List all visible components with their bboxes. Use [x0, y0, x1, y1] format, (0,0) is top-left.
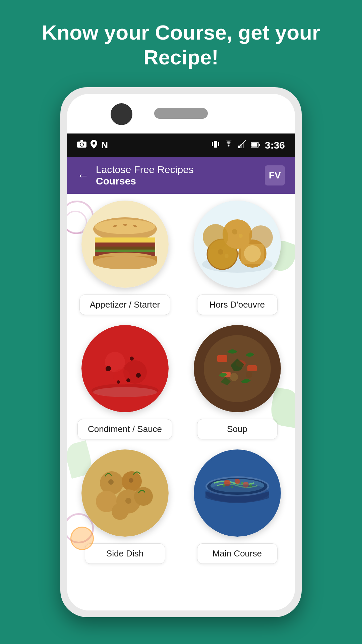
svg-rect-3	[80, 140, 83, 142]
svg-point-73	[125, 498, 131, 504]
course-label-hors: Hors D'oeuvre	[209, 300, 265, 310]
svg-rect-58	[217, 355, 227, 362]
svg-point-39	[239, 234, 243, 238]
svg-rect-12	[259, 144, 260, 146]
course-image-condiment	[81, 325, 169, 412]
svg-point-40	[203, 224, 228, 250]
svg-point-82	[241, 482, 243, 484]
food-image-item6	[194, 449, 281, 537]
phone-inner: N	[67, 94, 295, 610]
svg-point-72	[129, 478, 133, 483]
back-button[interactable]: ←	[77, 168, 89, 182]
vibrate-icon	[212, 140, 219, 151]
svg-rect-6	[218, 142, 219, 146]
svg-point-70	[112, 503, 128, 520]
svg-point-71	[108, 479, 114, 485]
svg-point-38	[232, 229, 237, 234]
nav-icon: N	[101, 140, 108, 151]
course-card-hors[interactable]: Hors D'oeuvre	[186, 201, 288, 315]
svg-point-24	[93, 256, 157, 269]
courses-container: Appetizer / Starter	[67, 194, 295, 610]
svg-point-2	[80, 143, 83, 146]
svg-point-33	[225, 254, 229, 258]
deco-orange	[70, 527, 94, 550]
course-card-soup[interactable]: Soup	[186, 325, 288, 439]
course-label-appetizer: Appetizer / Starter	[90, 300, 160, 310]
svg-point-49	[113, 369, 130, 385]
phone-frame: N	[60, 87, 302, 617]
battery-icon	[251, 141, 260, 150]
courses-grid: Appetizer / Starter	[74, 201, 288, 571]
food-image-hors	[194, 201, 281, 288]
location-icon	[90, 140, 97, 151]
svg-rect-59	[247, 365, 257, 371]
food-image-appetizer	[81, 201, 169, 288]
course-image-soup	[194, 325, 281, 412]
svg-rect-5	[212, 142, 213, 146]
svg-point-16	[95, 219, 155, 234]
svg-point-62	[246, 371, 252, 378]
course-card-item6[interactable]: Main Course	[186, 449, 288, 564]
course-image-appetizer	[81, 201, 169, 288]
app-bar: ← Lactose Free Recipes Courses FV	[67, 157, 295, 194]
svg-point-32	[218, 249, 223, 255]
svg-point-52	[136, 373, 141, 378]
status-bar: N	[67, 133, 295, 157]
course-label-item5: Side Dish	[106, 548, 143, 558]
course-label-soup: Soup	[227, 424, 247, 434]
svg-point-51	[130, 357, 134, 361]
app-bar-title: Lactose Free Recipes	[96, 164, 265, 175]
svg-rect-4	[214, 141, 217, 148]
camera	[111, 103, 132, 125]
course-image-hors	[194, 201, 281, 288]
svg-point-61	[230, 373, 238, 381]
food-image-item5	[81, 449, 169, 537]
wifi-icon	[224, 141, 233, 150]
svg-rect-13	[251, 143, 257, 147]
hero-title: Know your Course, get your Recipe!	[0, 20, 362, 70]
course-label-box-condiment: Condiment / Sauce	[77, 419, 172, 439]
app-logo: FV	[265, 165, 285, 185]
food-image-condiment	[81, 325, 169, 412]
food-image-soup	[194, 325, 281, 412]
svg-point-50	[106, 366, 111, 371]
app-bar-subtitle: Courses	[96, 175, 265, 187]
course-image-item5	[81, 449, 169, 537]
status-right: 3:36	[212, 140, 285, 151]
svg-point-69	[134, 487, 153, 506]
course-card-condiment[interactable]: Condiment / Sauce	[74, 325, 176, 439]
course-label-item6: Main Course	[213, 548, 262, 558]
course-label-box-appetizer: Appetizer / Starter	[79, 294, 171, 315]
course-image-item6	[194, 449, 281, 537]
svg-point-80	[235, 479, 240, 484]
course-label-box-hors: Hors D'oeuvre	[197, 294, 278, 315]
photo-icon	[77, 140, 86, 150]
course-label-box-item6: Main Course	[197, 543, 278, 564]
svg-point-54	[126, 378, 130, 382]
course-label-box-soup: Soup	[197, 419, 278, 439]
svg-point-44	[244, 245, 261, 262]
svg-point-55	[93, 387, 157, 397]
no-signal-icon	[238, 140, 246, 150]
course-label-condiment: Condiment / Sauce	[88, 424, 162, 434]
speaker	[154, 108, 208, 119]
course-label-box-item5: Side Dish	[85, 543, 165, 564]
app-bar-titles: Lactose Free Recipes Courses	[96, 164, 265, 187]
svg-point-53	[117, 380, 120, 384]
status-left-icons: N	[77, 140, 108, 151]
status-time: 3:36	[265, 140, 285, 151]
